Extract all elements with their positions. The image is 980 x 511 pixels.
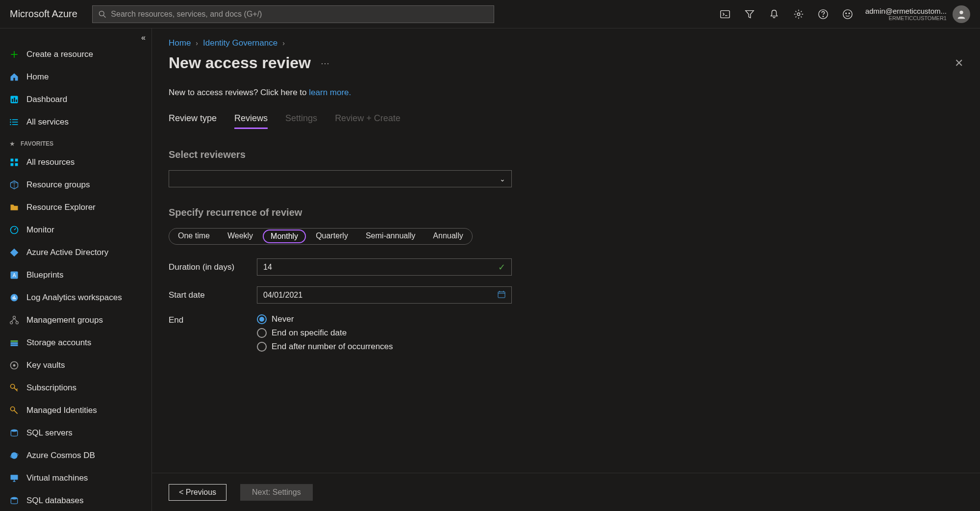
sidebar-item-label: Virtual machines <box>26 473 88 483</box>
svg-point-23 <box>10 124 11 126</box>
notifications-icon[interactable] <box>769 9 779 20</box>
pill-monthly[interactable]: Monthly <box>263 230 306 243</box>
sidebar-item-dashboard[interactable]: Dashboard <box>0 88 151 111</box>
directory-filter-icon[interactable] <box>744 9 755 20</box>
header-icon-group <box>720 9 853 20</box>
sidebar-item-cosmos[interactable]: Azure Cosmos DB <box>0 444 151 467</box>
account-block[interactable]: admin@ermeticcustom... ERMETICCUSTOMER1 <box>865 5 970 23</box>
radio-label: Never <box>272 314 294 324</box>
sidebar-item-label: SQL databases <box>26 496 84 506</box>
start-date-label: Start date <box>169 290 257 300</box>
pill-weekly[interactable]: Weekly <box>219 229 262 244</box>
sidebar-item-monitor[interactable]: Monitor <box>0 219 151 241</box>
duration-label: Duration (in days) <box>169 262 257 272</box>
svg-line-39 <box>11 319 14 322</box>
sidebar-item-blueprints[interactable]: A Blueprints <box>0 264 151 286</box>
search-input[interactable] <box>111 10 488 19</box>
svg-line-50 <box>14 410 17 414</box>
tab-review-create: Review + Create <box>335 113 401 129</box>
sidebar-item-vms[interactable]: Virtual machines <box>0 467 151 489</box>
sidebar-item-sql-databases[interactable]: SQL databases <box>0 489 151 511</box>
svg-point-22 <box>10 122 11 123</box>
chevron-right-icon: › <box>282 39 285 47</box>
radio-end-occurrences[interactable]: End after number of occurrences <box>257 342 393 352</box>
previous-button[interactable]: < Previous <box>169 484 226 501</box>
sidebar-item-label: Storage accounts <box>26 338 91 348</box>
key-icon <box>9 383 20 393</box>
pill-semi-annually[interactable]: Semi-annually <box>357 229 424 244</box>
sidebar-item-management-groups[interactable]: Management groups <box>0 309 151 332</box>
sidebar-item-resource-explorer[interactable]: Resource Explorer <box>0 196 151 219</box>
tabs: Review type Reviews Settings Review + Cr… <box>169 113 963 129</box>
brand-label: Microsoft Azure <box>10 8 77 20</box>
pill-annually[interactable]: Annually <box>424 229 472 244</box>
account-tenant: ERMETICCUSTOMER1 <box>865 15 947 21</box>
avatar[interactable] <box>953 5 970 23</box>
chevron-down-icon: ⌄ <box>500 175 505 183</box>
duration-input-wrap[interactable]: ✓ <box>257 258 512 276</box>
radio-label: End on specific date <box>272 328 347 338</box>
feedback-icon[interactable] <box>842 9 853 20</box>
sidebar-item-key-vaults[interactable]: Key vaults <box>0 354 151 377</box>
close-icon[interactable]: ✕ <box>955 57 963 70</box>
sidebar-item-label: Management groups <box>26 315 103 325</box>
svg-point-7 <box>823 16 823 16</box>
collapse-sidebar-icon[interactable]: « <box>141 33 146 42</box>
folder-icon <box>9 202 20 213</box>
svg-point-45 <box>13 364 16 367</box>
main-content: Home › Identity Governance › New access … <box>152 28 980 511</box>
svg-line-1 <box>103 15 105 17</box>
tab-review-type[interactable]: Review type <box>169 113 217 129</box>
intro-text-body: New to access reviews? Click here to <box>169 88 309 97</box>
sidebar-item-label: Dashboard <box>26 95 67 104</box>
blueprint-icon: A <box>9 270 20 281</box>
list-icon <box>9 117 20 128</box>
svg-rect-2 <box>721 10 729 18</box>
sidebar-item-sql-servers[interactable]: SQL servers <box>0 422 151 444</box>
svg-rect-24 <box>11 159 14 162</box>
radio-end-specific-date[interactable]: End on specific date <box>257 328 393 338</box>
svg-point-10 <box>849 13 850 14</box>
svg-point-52 <box>11 452 17 459</box>
sidebar-item-label: All resources <box>26 157 75 167</box>
sidebar-item-all-resources[interactable]: All resources <box>0 151 151 174</box>
radio-icon <box>257 328 267 338</box>
sidebar-item-label: Managed Identities <box>26 406 97 415</box>
breadcrumb-home[interactable]: Home <box>169 38 191 48</box>
sidebar-item-aad[interactable]: Azure Active Directory <box>0 241 151 264</box>
breadcrumb: Home › Identity Governance › <box>169 38 963 48</box>
learn-more-link[interactable]: learn more. <box>309 88 351 97</box>
end-label: End <box>169 314 257 325</box>
global-search[interactable] <box>92 5 494 23</box>
sidebar-item-managed-identities[interactable]: Managed Identities <box>0 399 151 422</box>
start-date-input[interactable] <box>263 291 498 300</box>
sql-icon <box>9 495 20 506</box>
help-icon[interactable] <box>818 9 829 20</box>
mgmt-icon <box>9 315 20 326</box>
start-date-input-wrap[interactable] <box>257 286 512 304</box>
radio-end-never[interactable]: Never <box>257 314 393 324</box>
sidebar-item-storage[interactable]: Storage accounts <box>0 332 151 354</box>
pill-one-time[interactable]: One time <box>169 229 219 244</box>
sidebar-item-home[interactable]: Home <box>0 66 151 88</box>
reviewers-select[interactable]: ⌄ <box>169 170 512 187</box>
svg-rect-43 <box>11 344 18 346</box>
sidebar-item-resource-groups[interactable]: Resource groups <box>0 174 151 196</box>
svg-point-11 <box>959 10 963 14</box>
more-actions-icon[interactable]: ⋯ <box>321 58 329 69</box>
sidebar-item-log-analytics[interactable]: Log Analytics workspaces <box>0 286 151 309</box>
cloud-shell-icon[interactable] <box>720 9 730 20</box>
sidebar-item-label: Resource groups <box>26 180 90 190</box>
duration-input[interactable] <box>263 263 498 272</box>
pill-quarterly[interactable]: Quarterly <box>307 229 357 244</box>
svg-point-8 <box>843 9 852 18</box>
sidebar-item-all-services[interactable]: All services <box>0 111 151 133</box>
sidebar-item-subscriptions[interactable]: Subscriptions <box>0 377 151 399</box>
breadcrumb-identity[interactable]: Identity Governance <box>203 38 277 48</box>
tab-reviews[interactable]: Reviews <box>234 113 268 129</box>
radio-label: End after number of occurrences <box>272 342 393 352</box>
settings-icon[interactable] <box>793 9 804 20</box>
sidebar-item-create-resource[interactable]: Create a resource <box>0 43 151 66</box>
calendar-icon[interactable] <box>498 290 505 300</box>
sidebar-item-label: Create a resource <box>26 50 93 59</box>
